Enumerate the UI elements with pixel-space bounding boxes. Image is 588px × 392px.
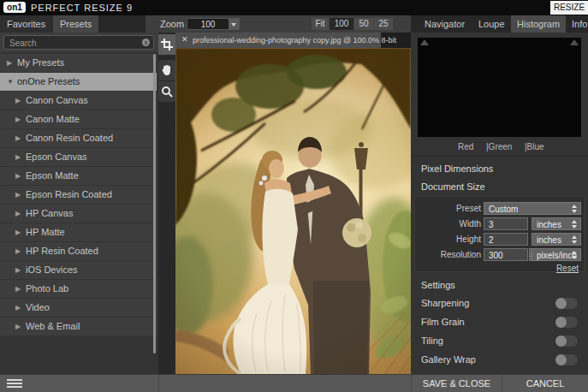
setting-sharpening: Sharpening xyxy=(411,294,588,313)
preset-list: ▶ My Presets ▼ onOne Presets ▶ Canon Can… xyxy=(0,54,157,336)
gallery-wrap-toggle[interactable] xyxy=(555,354,578,365)
width-input[interactable]: 3 xyxy=(484,217,528,230)
sidebar-item-video[interactable]: ▶ Video xyxy=(0,299,157,317)
settings-header[interactable]: Settings xyxy=(421,280,455,290)
document-tab-bar: ✕ professional-wedding-photography copy.… xyxy=(175,33,411,48)
sidebar-item-hp-canvas[interactable]: ▶ HP Canvas xyxy=(0,205,157,223)
chevron-right-icon[interactable]: ▶ xyxy=(15,92,21,110)
select-arrows-icon[interactable] xyxy=(570,235,579,244)
width-unit-select[interactable]: inches xyxy=(532,217,581,230)
channel-green[interactable]: |Green xyxy=(486,142,512,151)
shadow-clipping-icon[interactable] xyxy=(420,39,429,45)
clear-search-icon[interactable]: x xyxy=(142,39,150,46)
setting-label: Tiling xyxy=(421,336,443,346)
zoom-50-button[interactable]: 50 xyxy=(354,18,373,30)
chevron-right-icon[interactable]: ▶ xyxy=(15,110,21,128)
sidebar-item-epson-canvas[interactable]: ▶ Epson Canvas xyxy=(0,148,157,166)
chevron-right-icon[interactable]: ▶ xyxy=(15,148,21,166)
sidebar-item-label: iOS Devices xyxy=(26,261,78,279)
sidebar-item-my-presets[interactable]: ▶ My Presets xyxy=(0,54,157,72)
chevron-right-icon[interactable]: ▶ xyxy=(7,54,12,72)
resolution-row: Resolution 300 pixels/inch xyxy=(415,248,585,261)
zoom-value: 100 xyxy=(187,19,229,30)
sidebar-item-label: HP Canvas xyxy=(26,205,73,223)
chevron-right-icon[interactable]: ▶ xyxy=(15,318,21,336)
zoom-100-button[interactable]: 100 xyxy=(330,18,353,30)
sidebar-item-label: Canon Matte xyxy=(26,110,80,128)
crop-tool-button[interactable] xyxy=(158,34,175,55)
zoom-dropdown[interactable]: 100 xyxy=(187,18,240,30)
zoom-fit-button[interactable]: Fit xyxy=(312,18,329,30)
close-icon[interactable]: ✕ xyxy=(181,35,188,44)
document-tab[interactable]: ✕ professional-wedding-photography copy.… xyxy=(175,33,381,48)
zoom-25-button[interactable]: 25 xyxy=(374,18,393,30)
chevron-right-icon[interactable]: ▶ xyxy=(15,167,21,185)
chevron-right-icon[interactable]: ▶ xyxy=(15,261,21,279)
height-unit-select[interactable]: inches xyxy=(532,233,581,246)
pixel-dimensions-header[interactable]: Pixel Dimensions xyxy=(421,163,493,174)
sidebar-item-hp-matte[interactable]: ▶ HP Matte xyxy=(0,223,157,241)
divider xyxy=(158,375,159,392)
sidebar-item-epson-matte[interactable]: ▶ Epson Matte xyxy=(0,167,157,185)
menu-icon[interactable] xyxy=(7,379,22,389)
sidebar-item-label: Canon Resin Coated xyxy=(26,129,113,147)
highlight-clipping-icon[interactable] xyxy=(570,39,579,45)
sidebar-item-canon-canvas[interactable]: ▶ Canon Canvas xyxy=(0,92,157,110)
preset-select[interactable]: Custom xyxy=(484,202,581,215)
tiling-toggle[interactable] xyxy=(555,336,578,347)
select-arrows-icon[interactable] xyxy=(570,204,579,213)
sidebar-item-onone-presets[interactable]: ▼ onOne Presets xyxy=(0,73,157,91)
save-and-close-button[interactable]: SAVE & CLOSE xyxy=(412,375,502,392)
channel-blue[interactable]: |Blue xyxy=(525,142,544,151)
chevron-right-icon[interactable]: ▶ xyxy=(15,129,21,147)
resolution-input[interactable]: 300 xyxy=(484,248,528,261)
cancel-button[interactable]: CANCEL xyxy=(502,375,588,392)
sidebar-item-label: Photo Lab xyxy=(26,280,68,298)
search-placeholder: Search xyxy=(9,38,37,49)
sidebar-item-hp-resin-coated[interactable]: ▶ HP Resin Coated xyxy=(0,242,157,260)
sidebar-item-canon-resin-coated[interactable]: ▶ Canon Resin Coated xyxy=(0,129,157,147)
sidebar-item-photo-lab[interactable]: ▶ Photo Lab xyxy=(0,280,157,298)
reset-link[interactable]: Reset xyxy=(556,264,579,273)
select-arrows-icon[interactable] xyxy=(570,250,579,259)
presets-sidebar: Search x ▶ My Presets ▼ onOne Presets ▶ … xyxy=(0,33,158,374)
app-title: PERFECT RESIZE 9 xyxy=(31,3,133,13)
search-input[interactable]: Search x xyxy=(3,35,154,50)
select-arrows-icon[interactable] xyxy=(570,219,579,229)
tab-histogram[interactable]: Histogram xyxy=(511,15,566,33)
sidebar-item-web-email[interactable]: ▶ Web & Email xyxy=(0,318,157,336)
sidebar-item-canon-matte[interactable]: ▶ Canon Matte xyxy=(0,110,157,128)
channel-red[interactable]: Red xyxy=(458,142,473,151)
height-input[interactable]: 2 xyxy=(484,233,528,246)
tab-info[interactable]: Info xyxy=(566,15,588,33)
height-value: 2 xyxy=(489,235,494,246)
hand-tool-button[interactable] xyxy=(158,60,175,80)
height-label: Height xyxy=(456,235,481,244)
sidebar-item-label: Epson Matte xyxy=(26,167,79,185)
tab-loupe[interactable]: Loupe xyxy=(472,15,511,33)
image-canvas[interactable] xyxy=(175,48,411,374)
tab-navigator[interactable]: Navigator xyxy=(419,15,471,33)
footer-bar: SAVE & CLOSE CANCEL xyxy=(0,374,588,392)
chevron-down-icon[interactable] xyxy=(229,19,239,29)
tab-presets[interactable]: Presets xyxy=(53,15,98,33)
chevron-right-icon[interactable]: ▶ xyxy=(15,299,21,317)
title-bar: on1 PERFECT RESIZE 9 RESIZE xyxy=(0,0,588,15)
sidebar-item-epson-resin-coated[interactable]: ▶ Epson Resin Coated xyxy=(0,186,157,204)
sidebar-scrollbar[interactable] xyxy=(153,54,156,353)
resolution-unit-select[interactable]: pixels/inch xyxy=(532,248,581,261)
chevron-right-icon[interactable]: ▶ xyxy=(15,242,21,260)
chevron-right-icon[interactable]: ▶ xyxy=(15,186,21,204)
sidebar-item-ios-devices[interactable]: ▶ iOS Devices xyxy=(0,261,157,279)
zoom-tool-button[interactable] xyxy=(158,81,175,102)
tab-favorites[interactable]: Favorites xyxy=(0,15,52,33)
chevron-right-icon[interactable]: ▶ xyxy=(15,205,21,223)
resize-module-button[interactable]: RESIZE xyxy=(550,1,588,15)
chevron-right-icon[interactable]: ▶ xyxy=(15,223,21,241)
sharpening-toggle[interactable] xyxy=(555,298,578,309)
magnifier-icon xyxy=(161,86,173,98)
chevron-down-icon[interactable]: ▼ xyxy=(7,73,14,91)
document-size-header[interactable]: Document Size xyxy=(421,181,485,192)
film-grain-toggle[interactable] xyxy=(555,317,578,328)
chevron-right-icon[interactable]: ▶ xyxy=(15,280,21,298)
